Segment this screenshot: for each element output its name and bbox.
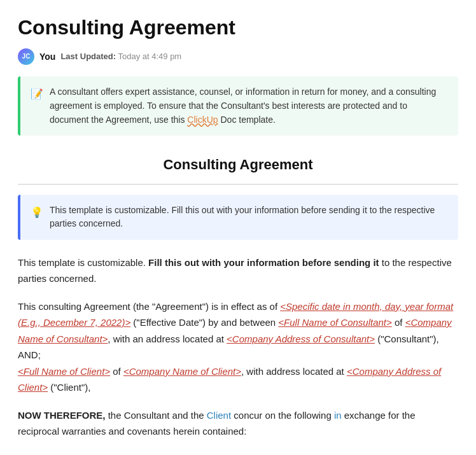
callout-icon: 📝 — [31, 86, 43, 102]
fillable-client-name[interactable]: <Full Name of Client> — [18, 366, 110, 377]
intro-callout: 📝 A consultant offers expert assistance,… — [18, 76, 458, 136]
intro-callout-text: A consultant offers expert assistance, c… — [50, 85, 448, 127]
lightbulb-icon: 💡 — [31, 204, 43, 221]
doc-title-section: Consulting Agreement — [18, 153, 458, 184]
body-paragraph: This template is customizable. Fill this… — [18, 255, 458, 287]
fill-highlight: Fill this out with your information befo… — [148, 257, 379, 268]
customizable-callout: 💡 This template is customizable. Fill th… — [18, 195, 458, 240]
fillable-client-company[interactable]: <Company Name of Client> — [123, 366, 241, 377]
in-word: in — [334, 410, 342, 421]
avatar: JC — [18, 48, 34, 65]
now-therefore-paragraph: NOW THEREFORE, the Consultant and the Cl… — [18, 407, 458, 440]
customizable-callout-text: This template is customizable. Fill this… — [50, 204, 448, 231]
page-title: Consulting Agreement — [18, 15, 458, 39]
doc-section-title: Consulting Agreement — [18, 153, 458, 184]
clickup-link[interactable]: ClickUp — [187, 115, 218, 125]
fillable-consultant-address[interactable]: <Company Address of Consultant> — [227, 333, 375, 344]
fillable-consultant-name[interactable]: <Full Name of Consultant> — [278, 317, 391, 328]
client-word: Client — [207, 410, 231, 421]
agreement-paragraph: This consulting Agreement (the "Agreemen… — [18, 298, 458, 396]
meta-row: JC You Last Updated: Today at 4:49 pm — [18, 48, 458, 65]
last-updated: Last Updated: Today at 4:49 pm — [60, 50, 181, 64]
now-therefore-label: NOW THEREFORE, — [18, 410, 106, 421]
author-name: You — [39, 50, 55, 64]
